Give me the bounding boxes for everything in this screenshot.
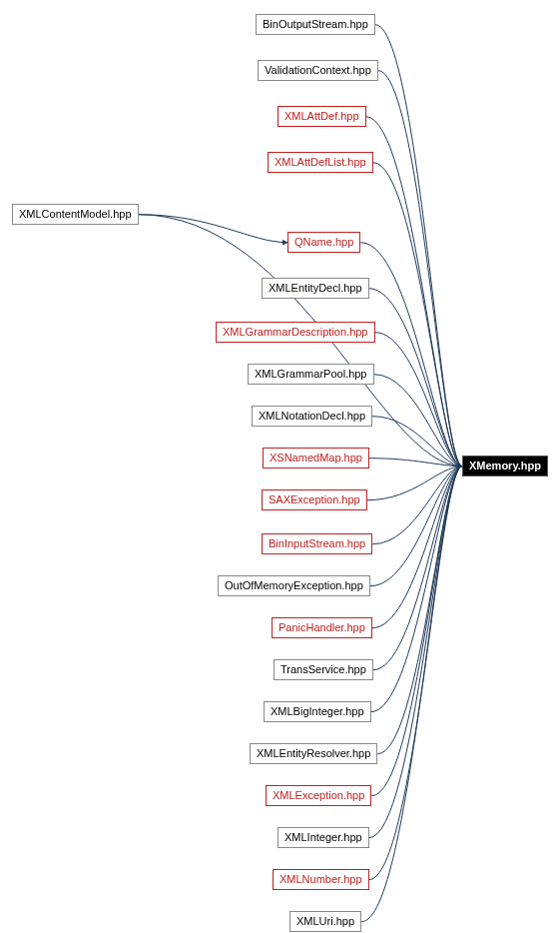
edge-2 [366, 117, 462, 466]
source-node-6[interactable]: XMLGrammarDescription.hpp [216, 322, 375, 343]
edge-1 [378, 71, 462, 466]
source-node-2[interactable]: XMLAttDef.hpp [278, 106, 366, 127]
source-node-16[interactable]: XMLEntityResolver.hpp [250, 743, 377, 764]
source-node-10[interactable]: SAXException.hpp [262, 489, 367, 510]
edge-9 [374, 375, 463, 466]
edge-8 [375, 333, 463, 466]
source-node-4[interactable]: QName.hpp [287, 232, 360, 253]
edge-22 [361, 466, 462, 922]
edge-3 [373, 163, 462, 466]
edge-7 [369, 289, 462, 466]
target-node[interactable]: XMemory.hpp [462, 456, 548, 476]
source-node-8[interactable]: XMLNotationDecl.hpp [252, 406, 372, 427]
edge-18 [377, 466, 462, 754]
edge-14 [370, 466, 462, 586]
source-node-12[interactable]: OutOfMemoryException.hpp [218, 575, 370, 596]
edge-21 [369, 466, 462, 880]
edge-13 [372, 466, 462, 544]
edge-12 [367, 466, 462, 500]
edge-20 [369, 466, 462, 838]
edge-16 [373, 466, 462, 670]
edge-15 [372, 466, 462, 628]
source-node-13[interactable]: PanicHandler.hpp [272, 617, 372, 638]
source-node-0[interactable]: BinOutputStream.hpp [256, 14, 375, 35]
source-node-14[interactable]: TransService.hpp [274, 659, 373, 680]
source-node-3[interactable]: XMLAttDefList.hpp [268, 152, 373, 173]
source-node-11[interactable]: BinInputStream.hpp [262, 533, 372, 554]
source-node-9[interactable]: XSNamedMap.hpp [263, 448, 369, 468]
source-node-17[interactable]: XMLException.hpp [266, 785, 371, 806]
source-node-19[interactable]: XMLNumber.hpp [273, 869, 369, 890]
source-node-18[interactable]: XMLInteger.hpp [278, 827, 369, 848]
source-node-1[interactable]: ValidationContext.hpp [258, 60, 378, 81]
edge-17 [371, 466, 462, 712]
edge-11 [369, 459, 462, 466]
edge-0 [375, 25, 462, 466]
edge-10 [372, 417, 462, 466]
source-node-7[interactable]: XMLGrammarPool.hpp [248, 364, 374, 385]
edge-5 [139, 215, 287, 243]
source-node-5[interactable]: XMLEntityDecl.hpp [262, 278, 369, 299]
source-node-15[interactable]: XMLBigInteger.hpp [264, 701, 371, 722]
edge-6 [360, 243, 462, 466]
source-node-20[interactable]: XMLUri.hpp [289, 911, 361, 932]
source-node-xmlcontentmodel[interactable]: XMLContentModel.hpp [12, 204, 139, 225]
edge-19 [371, 466, 462, 796]
